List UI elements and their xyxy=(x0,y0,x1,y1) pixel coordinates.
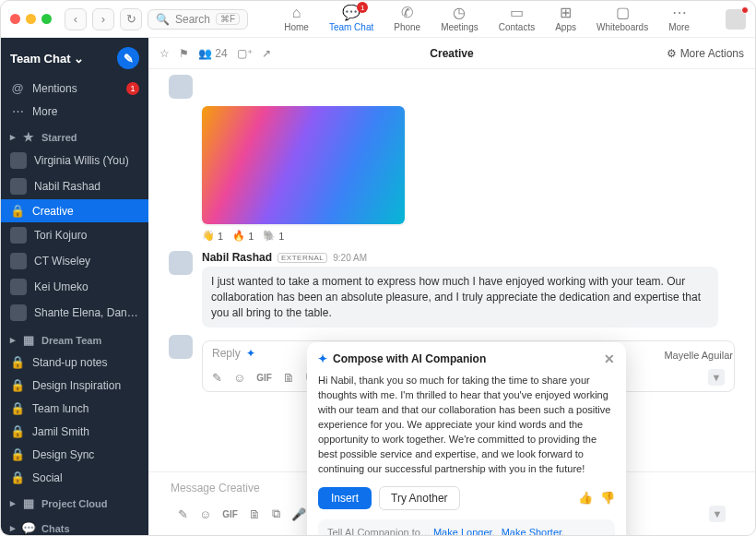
suggestion-make-shorter[interactable]: Make Shorter, xyxy=(502,527,564,535)
ai-popup-title: Compose with AI Companion xyxy=(333,352,486,365)
star-icon[interactable]: ☆ xyxy=(159,47,170,60)
sidebar-header: Team Chat ⌄ ✎ xyxy=(1,38,148,77)
sidebar-item-design-inspiration[interactable]: 🔒Design Inspiration xyxy=(1,374,148,397)
home-icon: ⌂ xyxy=(292,6,301,20)
ai-spark-icon: ✦ xyxy=(318,352,327,365)
nav-whiteboards[interactable]: ▢Whiteboards xyxy=(597,6,648,32)
channel-title: Creative xyxy=(430,47,473,60)
sidebar-item-tori-kojuro[interactable]: Tori Kojuro xyxy=(1,222,148,248)
message-body: I just wanted to take a moment to expres… xyxy=(202,267,718,328)
launch-icon[interactable]: ↗ xyxy=(262,47,271,60)
apps-icon: ⊞ xyxy=(560,6,572,20)
nav-contacts[interactable]: ▭Contacts xyxy=(499,6,535,32)
search-kbd: ⌘F xyxy=(216,13,240,25)
lock-icon: 🔒 xyxy=(10,424,25,438)
reaction[interactable]: 🔥1 xyxy=(232,230,254,242)
video-icon[interactable]: ▢⁺ xyxy=(237,47,253,60)
window-controls xyxy=(10,14,52,24)
suggestion-make-longer[interactable]: Make Longer, xyxy=(433,527,495,535)
file-icon[interactable]: 🗎 xyxy=(283,371,295,385)
emoji-icon[interactable]: ☺ xyxy=(233,371,245,385)
ai-prompt-hint[interactable]: Tell AI Companion to… xyxy=(327,527,431,535)
format-icon[interactable]: ✎ xyxy=(178,507,188,521)
nav-apps[interactable]: ⊞Apps xyxy=(555,6,576,32)
reply-input[interactable]: Reply xyxy=(212,347,241,360)
gif-icon[interactable]: GIF xyxy=(222,509,238,519)
nav-meetings[interactable]: ◷Meetings xyxy=(441,6,478,32)
sidebar-more[interactable]: ⋯More xyxy=(1,100,148,123)
more-actions-button[interactable]: ⚙ More Actions xyxy=(667,47,744,60)
avatar xyxy=(10,152,27,169)
app-window: ‹ › ↻ 🔍 Search ⌘F ⌂Home💬Team Chat1✆Phone… xyxy=(0,0,756,536)
main-panel: ☆ ⚑ 👥 24 ▢⁺ ↗ Creative ⚙ More Actions 👋1… xyxy=(148,38,755,535)
filter-icon[interactable]: ▼ xyxy=(708,369,725,386)
message: Nabil Rashad EXTERNAL 9:20 AM I just wan… xyxy=(169,251,735,328)
reaction[interactable]: 👋1 xyxy=(202,230,223,242)
sidebar-item-design-sync[interactable]: 🔒Design Sync xyxy=(1,443,148,466)
sidebar-item-nabil-rashad[interactable]: Nabil Rashad xyxy=(1,173,148,199)
history-button[interactable]: ↻ xyxy=(120,8,142,30)
nav-more[interactable]: ⋯More xyxy=(668,6,690,32)
gif-icon[interactable]: GIF xyxy=(256,373,272,383)
ai-generated-text: Hi Nabil, thank you so much for taking t… xyxy=(318,374,615,477)
ai-suggestion-area: Tell AI Companion to… Make Longer, Make … xyxy=(318,519,615,535)
sidebar-item-ct-wiseley[interactable]: CT Wiseley xyxy=(1,248,148,274)
reaction[interactable]: 🐘1 xyxy=(263,230,284,242)
sidebar-item-virginia-willis-you-[interactable]: Virginia Willis (You) xyxy=(1,148,148,173)
ai-spark-icon[interactable]: ✦ xyxy=(246,347,255,360)
sidebar-item-shante-elena-daniel-bow-[interactable]: Shante Elena, Daniel Bow… xyxy=(1,300,148,326)
thumbs-up-icon[interactable]: 👍 xyxy=(578,491,593,505)
channel-header: ☆ ⚑ 👥 24 ▢⁺ ↗ Creative ⚙ More Actions xyxy=(148,38,755,69)
thread-participant[interactable]: Mayelle Aguilar xyxy=(664,350,733,361)
mic-icon[interactable]: 🎤 xyxy=(291,507,306,521)
section-chats[interactable]: ▸💬Chats xyxy=(1,514,148,535)
avatar xyxy=(10,279,27,295)
sidebar-mentions[interactable]: @Mentions1 xyxy=(1,77,148,100)
back-button[interactable]: ‹ xyxy=(65,8,87,30)
section-dream-team[interactable]: ▸▦Dream Team xyxy=(1,326,148,351)
lock-icon: 🔒 xyxy=(10,401,25,415)
sidebar-item-creative[interactable]: 🔒Creative xyxy=(1,199,148,222)
section-project-cloud[interactable]: ▸▦Project Cloud xyxy=(1,489,148,514)
file-icon[interactable]: 🗎 xyxy=(249,507,261,521)
maximize-window-button[interactable] xyxy=(41,14,52,24)
lock-icon: 🔒 xyxy=(10,470,25,484)
minimize-window-button[interactable] xyxy=(26,14,36,24)
message-author[interactable]: Nabil Rashad xyxy=(202,251,272,264)
sidebar-item-stand-up-notes[interactable]: 🔒Stand-up notes xyxy=(1,351,148,374)
sidebar-item-social[interactable]: 🔒Social xyxy=(1,466,148,489)
nav-phone[interactable]: ✆Phone xyxy=(394,6,420,32)
sidebar-item-team-lunch[interactable]: 🔒Team lunch xyxy=(1,397,148,420)
insert-button[interactable]: Insert xyxy=(318,487,372,509)
filter-icon[interactable]: ▼ xyxy=(709,506,726,522)
compose-button[interactable]: ✎ xyxy=(117,47,139,69)
members-icon[interactable]: 👥 24 xyxy=(198,47,228,60)
section-starred[interactable]: ▸★Starred xyxy=(1,123,148,148)
search-input[interactable]: 🔍 Search ⌘F xyxy=(148,9,248,30)
format-icon[interactable]: ✎ xyxy=(212,371,222,385)
badge: 1 xyxy=(357,2,368,13)
contacts-icon: ▭ xyxy=(510,6,524,20)
close-icon[interactable]: ✕ xyxy=(604,351,615,366)
clip-icon[interactable]: ⧉ xyxy=(272,506,280,521)
badge: 1 xyxy=(126,82,139,95)
forward-button[interactable]: › xyxy=(92,8,114,30)
profile-status-dot xyxy=(741,6,749,14)
profile-avatar[interactable] xyxy=(726,9,746,30)
sidebar-title[interactable]: Team Chat ⌄ xyxy=(10,52,84,66)
avatar xyxy=(10,227,27,244)
emoji-icon[interactable]: ☺ xyxy=(199,507,211,521)
lock-icon: 🔒 xyxy=(10,204,25,218)
lock-icon: 🔒 xyxy=(10,447,25,461)
close-window-button[interactable] xyxy=(10,14,20,24)
sidebar-item-jamil-smith[interactable]: 🔒Jamil Smith xyxy=(1,420,148,443)
image-attachment[interactable] xyxy=(202,106,405,224)
avatar xyxy=(169,75,193,99)
sidebar-item-kei-umeko[interactable]: Kei Umeko xyxy=(1,274,148,300)
try-another-button[interactable]: Try Another xyxy=(379,486,460,510)
bookmark-icon[interactable]: ⚑ xyxy=(179,47,189,60)
nav-home[interactable]: ⌂Home xyxy=(284,6,309,32)
thumbs-down-icon[interactable]: 👎 xyxy=(600,491,615,505)
nav-team-chat[interactable]: 💬Team Chat1 xyxy=(329,6,373,32)
search-icon: 🔍 xyxy=(156,13,170,26)
